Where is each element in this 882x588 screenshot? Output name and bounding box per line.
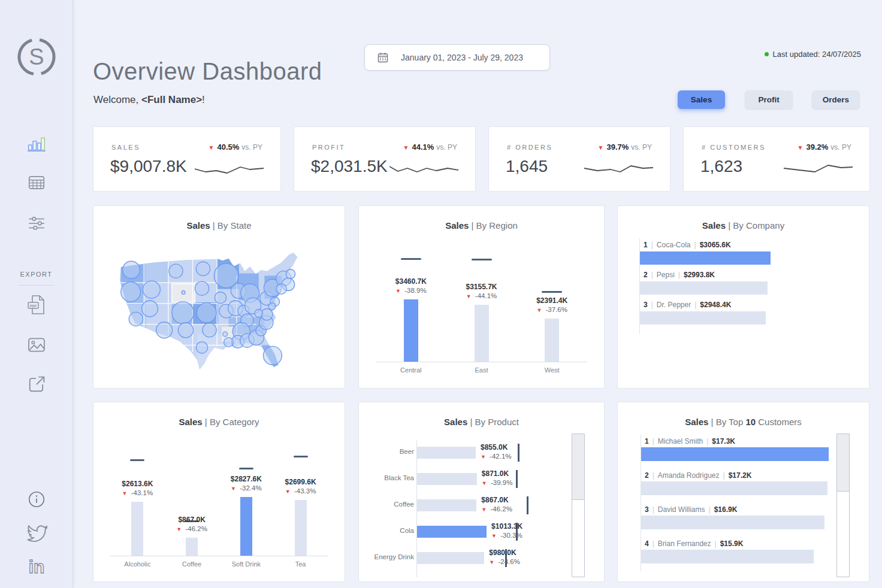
map-bubble[interactable] <box>203 323 216 337</box>
bar-soft-drink[interactable] <box>240 497 252 556</box>
map-bubble[interactable] <box>121 282 141 302</box>
info-button[interactable] <box>0 490 73 509</box>
map-bubble[interactable] <box>172 302 194 324</box>
bar-coffee[interactable] <box>186 538 198 556</box>
map-bubble[interactable] <box>286 269 295 278</box>
bar-pepsi[interactable] <box>640 281 768 295</box>
bar-cola[interactable] <box>417 526 487 538</box>
rank-number: 4 <box>645 539 649 548</box>
map-bubble[interactable] <box>255 309 263 317</box>
rank-value: $2948.4K <box>700 301 731 309</box>
rank-value: $15.9K <box>720 539 744 548</box>
kpi-card: PROFIT$2,031.5K▼44.1%vs. PY <box>294 126 476 192</box>
map-bubble[interactable] <box>196 342 207 353</box>
kpi-sparkline <box>784 162 853 178</box>
map-bubble[interactable] <box>141 301 158 317</box>
bar-west[interactable] <box>545 319 559 362</box>
map-bubble[interactable] <box>197 303 216 323</box>
bar-coffee[interactable] <box>417 499 476 511</box>
map-bubble[interactable] <box>178 323 193 338</box>
map-bubble[interactable] <box>169 264 183 278</box>
bar-beer[interactable] <box>417 447 476 459</box>
down-arrow-icon: ▼ <box>798 144 804 151</box>
chart-card-sales-by-state: Sales | By State <box>93 205 345 389</box>
welcome-message: Welcome, <Full Name>! <box>93 94 205 106</box>
kpi-vs-py: vs. PY <box>241 143 262 151</box>
bar-east[interactable] <box>475 305 489 362</box>
down-arrow-icon: ▼ <box>209 144 215 151</box>
map-bubble[interactable] <box>215 292 226 303</box>
bar-michael-smith[interactable] <box>641 447 829 461</box>
hbar-rows: Beer$855.0K▼ -42.1%Black Tea$871.0K▼ -39… <box>359 440 566 577</box>
export-image-button[interactable] <box>0 334 73 356</box>
down-arrow-icon: ▼ <box>231 486 236 492</box>
down-arrow-icon: ▼ <box>466 293 472 299</box>
pct-change-text: ▼ -24.6% <box>489 557 520 567</box>
rank-number: 2 <box>645 471 649 480</box>
bar-black-tea[interactable] <box>417 473 477 485</box>
rank-name: Amanda Rodriguez <box>658 471 720 480</box>
down-arrow-icon: ▼ <box>598 144 604 151</box>
bar-tea[interactable] <box>295 500 307 556</box>
chart-title-part: | By State <box>210 220 252 231</box>
bar-alcoholic[interactable] <box>131 502 143 556</box>
chart-title: Sales | By State <box>93 220 345 231</box>
scrollbar-thumb[interactable] <box>837 434 849 492</box>
bar-brian-fernandez[interactable] <box>641 550 814 563</box>
product-label: Beer <box>359 448 414 455</box>
bar-energy-drink[interactable] <box>417 552 484 564</box>
scrollbar-thumb[interactable] <box>572 434 584 500</box>
map-bubble[interactable] <box>263 346 282 365</box>
calendar-icon <box>377 51 389 63</box>
map-bubble[interactable] <box>129 312 143 326</box>
map-bubble[interactable] <box>156 322 173 338</box>
kpi-label: # ORDERS <box>507 144 552 151</box>
map-bubble[interactable] <box>143 281 160 298</box>
nav-charts-view[interactable] <box>0 134 73 153</box>
rank-name: Dr. Pepper <box>657 301 691 309</box>
category-label: Coffee <box>165 560 219 568</box>
chart-title-part: | By Product <box>467 417 519 427</box>
view-button-orders[interactable]: Orders <box>812 90 860 109</box>
py-reference-line <box>130 459 144 461</box>
map-bubble[interactable] <box>196 262 210 275</box>
map-bubble[interactable] <box>268 303 276 310</box>
view-button-profit[interactable]: Profit <box>745 90 793 109</box>
date-range-picker[interactable]: January 01, 2023 - July 29, 2023 <box>364 44 550 71</box>
bar-central[interactable] <box>404 299 418 362</box>
svg-text:S: S <box>29 44 44 69</box>
twitter-link[interactable] <box>0 522 73 544</box>
value-label: $1013.3K▼ -30.3% <box>491 522 522 541</box>
pct-change-text: ▼ -44.1% <box>446 292 518 301</box>
kpi-change-pct: 44.1% <box>412 143 434 151</box>
separator: | <box>711 539 720 548</box>
bar-david-williams[interactable] <box>641 516 824 529</box>
map-bubble[interactable] <box>195 281 209 295</box>
customers-scrollbar[interactable] <box>836 434 850 577</box>
status-dot <box>765 52 769 56</box>
map-bubble[interactable] <box>182 291 185 295</box>
product-label: Cola <box>359 527 414 534</box>
category-label: East <box>446 366 517 374</box>
rank-name: Brian Fernandez <box>658 539 711 548</box>
py-reference-line <box>294 456 308 457</box>
nav-filters[interactable] <box>0 213 73 232</box>
nav-table-view[interactable] <box>0 173 73 192</box>
bar-coca-cola[interactable] <box>640 251 771 265</box>
rank-row-label: 2|Amanda Rodriguez|$17.2K <box>645 471 751 480</box>
view-button-sales[interactable]: Sales <box>678 90 725 109</box>
linkedin-icon: in <box>25 554 49 578</box>
category-label: Alcoholic <box>110 560 165 568</box>
export-link-button[interactable] <box>0 374 73 395</box>
chart-card-sales-by-product: Sales | By Product Beer$855.0K▼ -42.1%Bl… <box>358 402 605 582</box>
chart-title-part: Customers <box>756 417 802 427</box>
export-pdf-button[interactable]: PDF <box>0 293 73 317</box>
map-bubble[interactable] <box>123 261 140 278</box>
map-bubble[interactable] <box>276 284 286 294</box>
map-bubble[interactable] <box>223 332 228 337</box>
bar-amanda-rodriguez[interactable] <box>641 481 827 495</box>
map-bubble[interactable] <box>224 338 233 347</box>
product-scrollbar[interactable] <box>572 434 585 577</box>
bar-dr-pepper[interactable] <box>640 311 766 325</box>
linkedin-link[interactable]: in <box>0 554 73 578</box>
